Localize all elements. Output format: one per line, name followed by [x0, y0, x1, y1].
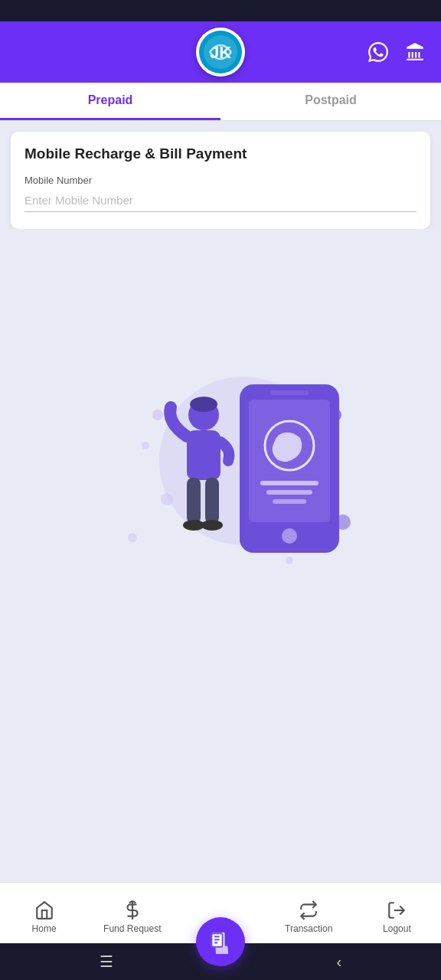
svg-point-10 [128, 533, 137, 542]
nav-logout[interactable]: Logout [353, 900, 441, 939]
svg-rect-16 [260, 481, 318, 485]
nav-home[interactable]: Home [0, 900, 88, 939]
nav-center-button[interactable] [196, 917, 245, 966]
bottom-nav: Home Fund Request [0, 882, 441, 943]
illustration-area [0, 229, 441, 694]
mobile-number-field: Mobile Number [24, 175, 416, 212]
whatsapp-button[interactable] [364, 38, 392, 66]
android-menu-button[interactable]: ☰ [100, 952, 113, 971]
svg-point-26 [201, 520, 223, 531]
tab-postpaid[interactable]: Postpaid [220, 83, 441, 120]
svg-rect-14 [270, 390, 309, 395]
mobile-number-input[interactable] [24, 191, 416, 212]
content-spacer [0, 694, 441, 883]
nav-fund-request-label: Fund Request [103, 923, 161, 934]
svg-point-5 [142, 442, 149, 449]
svg-rect-18 [273, 499, 306, 504]
nav-home-label: Home [32, 923, 57, 934]
header-actions [364, 38, 429, 66]
svg-point-27 [166, 402, 175, 411]
svg-point-25 [183, 520, 204, 531]
recharge-illustration [90, 338, 351, 583]
svg-rect-23 [187, 478, 201, 524]
tab-prepaid[interactable]: Prepaid [0, 83, 220, 120]
tabs-bar: Prepaid Postpaid [0, 83, 441, 121]
app-logo: JK [196, 28, 245, 77]
status-bar [0, 0, 441, 21]
android-back-button[interactable]: ‹ [336, 953, 341, 971]
header: JK [0, 21, 441, 83]
nav-fund-request[interactable]: Fund Request [88, 900, 176, 939]
nav-transaction[interactable]: Transaction [265, 900, 353, 939]
svg-point-4 [152, 410, 163, 420]
svg-point-11 [286, 557, 293, 564]
svg-point-19 [282, 528, 297, 544]
mobile-recharge-card: Mobile Recharge & Bill Payment Mobile Nu… [11, 132, 430, 229]
bank-button[interactable] [401, 38, 429, 66]
svg-point-21 [190, 397, 217, 412]
nav-transaction-label: Transaction [285, 923, 332, 934]
svg-point-6 [161, 493, 173, 505]
svg-rect-17 [266, 490, 312, 495]
svg-rect-24 [205, 478, 219, 524]
mobile-number-label: Mobile Number [24, 175, 416, 186]
card-title: Mobile Recharge & Bill Payment [24, 145, 416, 162]
nav-logout-label: Logout [383, 923, 411, 934]
